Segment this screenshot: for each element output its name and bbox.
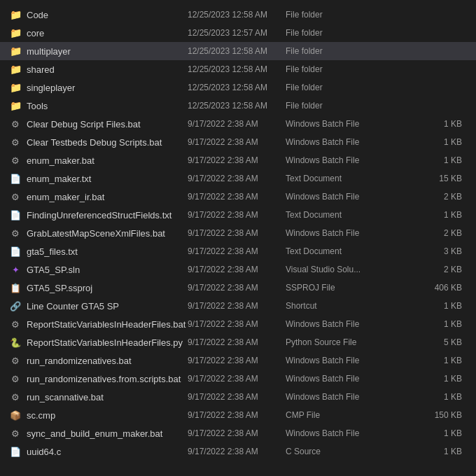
file-name: Tools	[27, 101, 188, 111]
file-name: shared	[27, 64, 188, 75]
file-date: 9/17/2022 2:38 AM	[188, 119, 286, 129]
file-date: 9/17/2022 2:38 AM	[188, 374, 286, 384]
file-name: enum_maker.bat	[27, 155, 188, 166]
c-icon	[8, 444, 22, 458]
lnk-icon	[8, 299, 22, 313]
file-row[interactable]: multiplayer 12/25/2023 12:58 AM File fol…	[0, 42, 476, 60]
file-type: Windows Batch File	[286, 428, 398, 438]
bat-icon	[8, 117, 22, 131]
bat-icon	[8, 354, 22, 368]
bat-icon	[8, 426, 22, 440]
file-date: 12/25/2023 12:58 AM	[188, 101, 286, 111]
file-type: SSPROJ File	[286, 283, 398, 293]
file-date: 9/17/2022 2:38 AM	[188, 356, 286, 365]
file-type: Windows Batch File	[286, 119, 398, 129]
bat-icon	[8, 135, 22, 149]
file-row[interactable]: sc.cmp 9/17/2022 2:38 AM CMP File 150 KB	[0, 406, 476, 424]
folder-icon	[8, 62, 22, 76]
file-size: 1 KB	[398, 319, 468, 329]
file-row[interactable]: Line Counter GTA5 SP 9/17/2022 2:38 AM S…	[0, 297, 476, 315]
bat-icon	[8, 153, 22, 167]
file-name: enum_maker_ir.bat	[27, 192, 188, 202]
file-size: 3 KB	[398, 246, 468, 256]
file-name: Code	[27, 10, 188, 20]
file-row[interactable]: gta5_files.txt 9/17/2022 2:38 AM Text Do…	[0, 242, 476, 260]
file-row[interactable]: uuid64.c 9/17/2022 2:38 AM C Source 1 KB	[0, 442, 476, 461]
file-size: 1 KB	[398, 356, 468, 365]
file-name: enum_maker.txt	[27, 174, 188, 184]
file-name: Line Counter GTA5 SP	[27, 301, 188, 312]
file-name: GrabLatestMapSceneXmlFiles.bat	[27, 228, 188, 239]
file-row[interactable]: Tools 12/25/2023 12:58 AM File folder	[0, 97, 476, 115]
file-name: run_randomizenatives.bat	[27, 356, 188, 366]
file-row[interactable]: run_randomizenatives.from.scripts.bat 9/…	[0, 370, 476, 388]
file-row[interactable]: singleplayer 12/25/2023 12:58 AM File fo…	[0, 78, 476, 97]
file-row[interactable]: shared 12/25/2023 12:58 AM File folder	[0, 60, 476, 78]
file-row[interactable]: run_scannative.bat 9/17/2022 2:38 AM Win…	[0, 388, 476, 406]
file-name: gta5_files.txt	[27, 246, 188, 257]
file-size: 1 KB	[398, 447, 468, 456]
file-type: File folder	[286, 46, 398, 56]
file-type: Windows Batch File	[286, 356, 398, 365]
file-name: core	[27, 28, 188, 38]
folder-icon	[8, 44, 22, 58]
file-size: 1 KB	[398, 210, 468, 220]
file-date: 9/17/2022 2:38 AM	[188, 192, 286, 202]
file-row[interactable]: enum_maker.txt 9/17/2022 2:38 AM Text Do…	[0, 169, 476, 188]
file-row[interactable]: core 12/25/2023 12:57 AM File folder	[0, 24, 476, 42]
file-row[interactable]: Code 12/25/2023 12:58 AM File folder	[0, 6, 476, 24]
file-row[interactable]: run_randomizenatives.bat 9/17/2022 2:38 …	[0, 351, 476, 370]
cmp-icon	[8, 408, 22, 422]
file-size: 2 KB	[398, 228, 468, 238]
file-date: 9/17/2022 2:38 AM	[188, 392, 286, 402]
bat-icon	[8, 190, 22, 204]
file-type: Text Document	[286, 174, 398, 183]
folder-icon	[8, 8, 22, 22]
file-size: 1 KB	[398, 137, 468, 147]
file-row[interactable]: ReportStaticVariablesInHeaderFiles.bat 9…	[0, 315, 476, 333]
bat-icon	[8, 226, 22, 240]
file-date: 9/17/2022 2:38 AM	[188, 155, 286, 165]
file-type: Python Source File	[286, 337, 398, 347]
file-row[interactable]: ReportStaticVariablesInHeaderFiles.py 9/…	[0, 333, 476, 351]
file-name: FindingUnreferencedStructFields.txt	[27, 210, 188, 220]
file-row[interactable]: GTA5_SP.ssproj 9/17/2022 2:38 AM SSPROJ …	[0, 279, 476, 297]
file-type: File folder	[286, 28, 398, 38]
file-row[interactable]: GTA5_SP.sln 9/17/2022 2:38 AM Visual Stu…	[0, 260, 476, 279]
file-name: sc.cmp	[27, 410, 188, 421]
file-type: Windows Batch File	[286, 374, 398, 384]
file-row[interactable]: sync_and_build_enum_maker.bat 9/17/2022 …	[0, 424, 476, 442]
file-row[interactable]: FindingUnreferencedStructFields.txt 9/17…	[0, 206, 476, 224]
file-name: singleplayer	[27, 83, 188, 93]
file-row[interactable]: Clear Testbeds Debug Scripts.bat 9/17/20…	[0, 133, 476, 151]
file-row[interactable]: GrabLatestMapSceneXmlFiles.bat 9/17/2022…	[0, 224, 476, 242]
file-date: 9/17/2022 2:38 AM	[188, 137, 286, 147]
file-type: Visual Studio Solu...	[286, 265, 398, 274]
bat-icon	[8, 317, 22, 331]
bat-icon	[8, 390, 22, 404]
file-size: 1 KB	[398, 119, 468, 129]
file-row[interactable]: Clear Debug Script Files.bat 9/17/2022 2…	[0, 115, 476, 133]
file-date: 9/17/2022 2:38 AM	[188, 337, 286, 347]
file-date: 9/17/2022 2:38 AM	[188, 301, 286, 311]
file-date: 12/25/2023 12:58 AM	[188, 46, 286, 56]
file-row[interactable]: enum_maker_ir.bat 9/17/2022 2:38 AM Wind…	[0, 188, 476, 206]
file-size: 1 KB	[398, 301, 468, 311]
file-name: run_randomizenatives.from.scripts.bat	[27, 374, 188, 384]
file-size: 1 KB	[398, 155, 468, 165]
file-type: CMP File	[286, 410, 398, 420]
file-type: Shortcut	[286, 301, 398, 311]
file-name: Clear Testbeds Debug Scripts.bat	[27, 137, 188, 148]
file-row[interactable]: enum_maker.bat 9/17/2022 2:38 AM Windows…	[0, 151, 476, 169]
file-date: 9/17/2022 2:38 AM	[188, 174, 286, 183]
folder-icon	[8, 26, 22, 40]
file-type: Windows Batch File	[286, 137, 398, 147]
file-date: 9/17/2022 2:38 AM	[188, 428, 286, 438]
file-date: 12/25/2023 12:58 AM	[188, 64, 286, 74]
file-size: 1 KB	[398, 392, 468, 402]
file-date: 9/17/2022 2:38 AM	[188, 447, 286, 456]
file-size: 150 KB	[398, 410, 468, 420]
bat-icon	[8, 372, 22, 386]
file-date: 12/25/2023 12:58 AM	[188, 83, 286, 92]
file-name: sync_and_build_enum_maker.bat	[27, 428, 188, 439]
